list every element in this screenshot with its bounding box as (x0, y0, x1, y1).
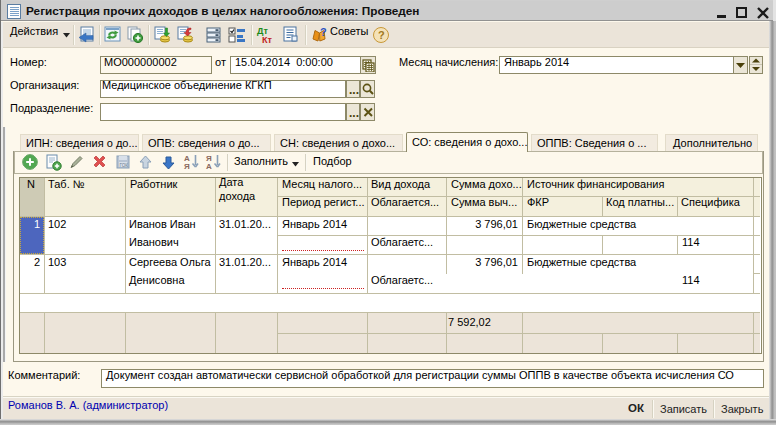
svg-text:Я: Я (184, 162, 190, 171)
svg-text:ГОК: ГОК (120, 163, 129, 168)
svg-text:?: ? (320, 26, 327, 38)
svg-text:?: ? (378, 29, 385, 41)
svg-text:А: А (206, 162, 212, 171)
